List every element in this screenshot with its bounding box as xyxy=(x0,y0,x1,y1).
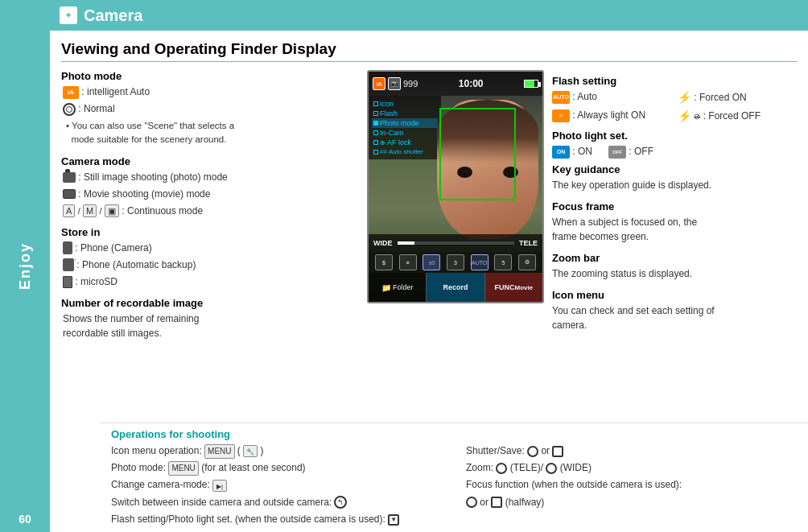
focus-frame-body: When a subject is focused on, theframe b… xyxy=(552,215,797,244)
photo-light-off: OFF : OFF xyxy=(608,144,653,159)
flash-always-label: : Always light ON xyxy=(572,109,645,121)
still-camera-icon xyxy=(63,172,76,183)
ia-icon: iA xyxy=(63,86,79,99)
photo-mode-title: Photo mode xyxy=(61,70,359,82)
phone-icon xyxy=(63,241,72,254)
operations-title: Operations for shooting xyxy=(111,428,797,440)
op-shutter: Shutter/Save: or xyxy=(466,443,797,459)
flash-forced-on-item: ⚡ : Forced ON xyxy=(678,89,797,106)
cam-battery-icon xyxy=(524,80,538,88)
shutter-circle-icon xyxy=(527,446,538,457)
cam-bottom-bar: 📁Folder Record FUNCMovie xyxy=(369,273,542,302)
cam-scene-5[interactable]: AUTO xyxy=(471,254,489,270)
cam-zoom-wide: WIDE xyxy=(373,239,393,247)
change-mode-icon: ▶| xyxy=(212,480,227,492)
op-icon-inline: 🔧 xyxy=(243,445,258,457)
store-in-body: : Phone (Camera) ↑ : Phone (Automatic ba… xyxy=(63,241,359,289)
flash-forced-on-icon: ⚡ xyxy=(678,91,691,104)
icon-menu-title: Icon menu xyxy=(552,289,797,301)
ia-label: : intelligent Auto xyxy=(81,86,150,97)
op-focus: Focus function (when the outside camera … xyxy=(466,477,797,493)
store-phone: : Phone (Camera) xyxy=(63,241,359,255)
cam-status-icons xyxy=(524,80,538,88)
recordable-title: Number of recordable image xyxy=(61,297,359,309)
content-columns: Photo mode iA : intelligent Auto : Norma… xyxy=(61,70,797,340)
cam-menu-dot-flash xyxy=(373,111,378,116)
microsd-icon xyxy=(63,276,72,288)
cam-ia-icon: iA xyxy=(373,77,385,90)
cam-menu-autoshutter: ## Auto shutter xyxy=(372,147,438,156)
photo-light-on: ON : ON xyxy=(552,144,592,159)
cam-scene-2[interactable]: ≡ xyxy=(399,254,417,270)
operations-section: Operations for shooting Icon menu operat… xyxy=(100,423,808,532)
shutter-square-icon xyxy=(552,446,563,457)
photo-mode-body: iA : intelligent Auto : Normal • You can… xyxy=(63,85,359,147)
folder-icon: 📁 xyxy=(381,283,391,292)
cam-scene-1[interactable]: $ xyxy=(375,254,393,270)
key-guidance-title: Key guidance xyxy=(552,163,797,175)
op-icon-menu: Icon menu operation: MENU ( 🔧 ) xyxy=(111,443,442,459)
cam-scene-3[interactable]: ±0 xyxy=(423,254,440,270)
header-bar: ✦ Camera xyxy=(50,0,808,31)
op-switch-camera: Switch between inside camera and outside… xyxy=(111,495,442,510)
left-panel: Photo mode iA : intelligent Auto : Norma… xyxy=(61,70,359,340)
cam-scene-7[interactable]: ⚙ xyxy=(518,254,536,270)
cam-scene-6[interactable]: 5 xyxy=(494,254,512,270)
photo-light-off-icon: OFF xyxy=(608,146,626,159)
flash-auto-label: : Auto xyxy=(572,91,597,102)
cam-menu-incam: In-Cam xyxy=(372,128,438,138)
cam-func-btn[interactable]: FUNCMovie xyxy=(485,273,542,302)
right-panel: Flash setting AUTO : Auto ⚡ : Forced ON … xyxy=(552,70,797,340)
photo-mode-note: • You can also use "Scene" that selects … xyxy=(63,119,359,147)
cam-menu-dot-incam xyxy=(373,130,378,135)
cam-menu-aflock: ⊕ AF lock xyxy=(372,138,438,147)
flash-always-icon: ≈ xyxy=(552,109,570,122)
sidebar-label: Enjoy xyxy=(17,242,34,290)
op-flash-setting: Flash setting/Photo light set. (when the… xyxy=(111,512,442,527)
photo-light-off-label: : OFF xyxy=(629,146,653,157)
cam-time: 10:00 xyxy=(459,78,484,89)
focus-frame-title: Focus frame xyxy=(552,200,797,212)
flash-auto-item: AUTO : Auto xyxy=(552,89,671,106)
zoom-wide-icon xyxy=(546,463,557,474)
photo-light-title: Photo light set. xyxy=(552,130,797,142)
operations-grid: Icon menu operation: MENU ( 🔧 ) Shutter/… xyxy=(111,443,797,527)
cam-folder-btn[interactable]: 📁Folder xyxy=(369,273,427,302)
camera-mode-title: Camera mode xyxy=(61,155,359,167)
camera-star-icon: ✦ xyxy=(64,10,72,21)
continuous-icons: A xyxy=(63,204,75,217)
camera-mode-body: : Still image shooting (photo) mode : Mo… xyxy=(63,170,359,218)
photo-light-body: ON : ON OFF : OFF xyxy=(552,144,797,159)
cam-menu-overlay: Icon Flash Photo mode In-Cam xyxy=(369,96,441,159)
continuous-label: : Continuous mode xyxy=(122,205,203,217)
header-icon: ✦ xyxy=(60,6,77,24)
flash-forced-on-label: : Forced ON xyxy=(694,92,746,103)
cam-scene-4[interactable]: 3 xyxy=(447,254,464,270)
normal-icon xyxy=(63,103,76,116)
continuous-icon3: ▣ xyxy=(105,204,119,217)
store-in-title: Store in xyxy=(61,226,359,238)
flash-auto-icon: AUTO xyxy=(552,91,570,104)
page-number: 60 xyxy=(0,513,50,526)
cam-zoom-track xyxy=(398,241,514,245)
cam-record-btn[interactable]: Record xyxy=(427,273,484,302)
flash-forced-off-label: : Forced OFF xyxy=(703,110,761,122)
cam-zoom-fill xyxy=(398,241,415,245)
store-microsd: : microSD xyxy=(63,274,359,289)
sidebar: Enjoy xyxy=(0,0,50,532)
camera-mode-still: : Still image shooting (photo) mode xyxy=(63,170,359,184)
flash-setting-title: Flash setting xyxy=(552,75,797,87)
cam-focus-frame xyxy=(439,108,516,200)
flash-forced-off-icon: ⚡ xyxy=(678,109,691,122)
cam-mode-icon: 📷 xyxy=(388,77,401,90)
cam-top-icons: iA 📷 999 xyxy=(373,77,418,90)
auto-backup-icon: ↑ xyxy=(63,258,74,271)
photo-mode-normal: : Normal xyxy=(63,101,359,116)
menu-btn-icon2: MENU xyxy=(168,461,198,476)
zoom-bar-title: Zoom bar xyxy=(552,252,797,264)
cam-menu-icon: Icon xyxy=(372,99,438,109)
flash-setting-icon: ▼ xyxy=(388,514,399,526)
cam-menu-dot-autoshutter xyxy=(373,150,378,155)
auto-backup-label: : Phone (Automatic backup) xyxy=(76,259,196,270)
photo-light-on-label: : ON xyxy=(572,146,592,157)
